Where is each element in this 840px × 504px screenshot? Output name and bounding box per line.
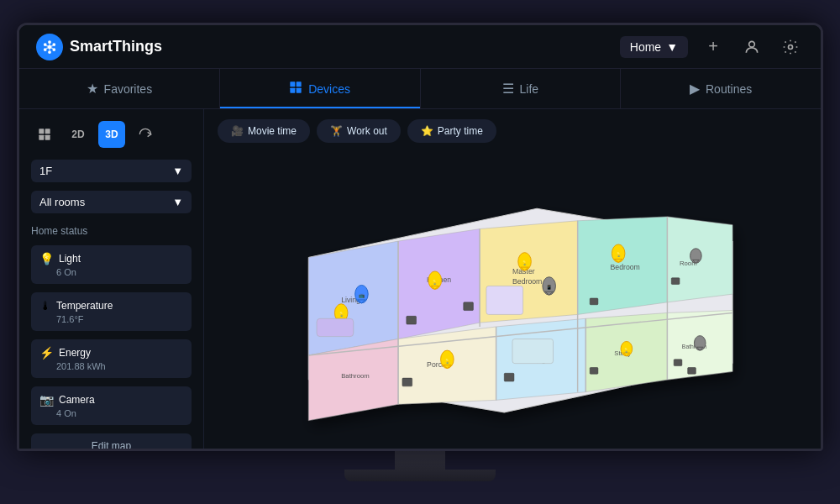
status-camera[interactable]: 📷 Camera 4 On [31, 386, 192, 425]
room-selector[interactable]: All rooms ▼ [31, 191, 192, 213]
tab-life[interactable]: ☰ Life [421, 69, 622, 108]
status-light[interactable]: 💡 Light 6 On [31, 245, 192, 284]
svg-rect-15 [291, 81, 296, 87]
svg-point-0 [48, 45, 52, 49]
svg-point-3 [52, 48, 55, 51]
floor-label: 1F [39, 165, 52, 177]
status-light-header: 💡 Light [39, 252, 183, 265]
camera-icon: 📷 [39, 393, 54, 407]
svg-text:Bathroom: Bathroom [341, 372, 370, 380]
status-temperature[interactable]: 🌡 Temperature 71.6°F [31, 292, 192, 331]
rotate-btn[interactable] [132, 121, 159, 148]
status-energy-header: ⚡ Energy [39, 346, 183, 360]
app-name: SmartThings [70, 38, 162, 55]
svg-rect-20 [45, 129, 50, 134]
furniture-sofa [317, 318, 354, 336]
svg-text:💡: 💡 [339, 311, 345, 318]
movie-time-label: Movie time [248, 125, 297, 137]
scene-buttons: 🎥 Movie time 🏋 Work out ⭐ Party time [218, 119, 807, 143]
light-value: 6 On [56, 267, 183, 277]
tab-devices-label: Devices [308, 82, 350, 96]
floor-map-container: Living Kitchen Master Bedroom Bedroom Ro… [218, 153, 807, 444]
room-label: All rooms [39, 196, 85, 208]
logo: SmartThings [36, 34, 162, 60]
work-out-label: Work out [347, 125, 387, 137]
party-time-label: Party time [438, 125, 483, 137]
svg-text:💡: 💡 [444, 358, 451, 365]
nav-tabs: ★ Favorites Devices ☰ Life [19, 69, 821, 109]
pin-porch-1[interactable]: 💡 [441, 350, 454, 368]
svg-rect-21 [39, 135, 44, 140]
pin-bedroom-1[interactable]: 💡 [612, 244, 625, 262]
svg-point-6 [44, 43, 47, 46]
logo-icon [36, 34, 63, 60]
sidebar: 2D 3D 1F ▼ [19, 109, 204, 451]
home-selector-arrow: ▼ [666, 40, 678, 54]
furniture-bed [486, 286, 523, 314]
add-button[interactable]: + [700, 34, 727, 60]
3d-view-btn[interactable]: 3D [98, 121, 125, 148]
camera-label: Camera [59, 394, 95, 406]
svg-point-14 [789, 45, 793, 49]
pin-top-1[interactable] [690, 249, 702, 263]
monitor-stand-neck [395, 451, 445, 470]
room-arrow: ▼ [172, 196, 183, 208]
floor-arrow: ▼ [172, 165, 183, 177]
profile-icon[interactable] [738, 34, 765, 60]
status-temperature-header: 🌡 Temperature [39, 299, 183, 312]
device-icon-3 [590, 298, 598, 305]
camera-value: 4 On [56, 408, 183, 418]
2d-view-btn[interactable]: 2D [65, 121, 92, 148]
device-icon-1 [407, 316, 417, 324]
pin-master-2[interactable]: 📱 [543, 277, 556, 295]
floor-selector[interactable]: 1F ▼ [31, 160, 192, 182]
devices-icon [289, 81, 302, 97]
3d-label: 3D [105, 129, 118, 140]
svg-line-12 [46, 45, 48, 46]
temperature-icon: 🌡 [39, 299, 51, 312]
tab-devices[interactable]: Devices [220, 69, 421, 108]
pin-bathroom-right-1[interactable] [694, 336, 706, 350]
home-status-title: Home status [31, 225, 192, 237]
status-energy[interactable]: ⚡ Energy 201.88 kWh [31, 339, 192, 378]
view-controls: 2D 3D [31, 121, 192, 148]
svg-text:💡: 💡 [432, 279, 438, 286]
work-out-icon: 🏋 [330, 125, 343, 137]
svg-point-5 [44, 48, 47, 51]
home-selector[interactable]: Home ▼ [620, 36, 688, 58]
device-icon-8 [674, 360, 682, 366]
header-right: Home ▼ + [620, 34, 804, 60]
svg-text:💡: 💡 [616, 252, 622, 259]
energy-label: Energy [59, 347, 91, 359]
device-icon-2 [464, 302, 474, 311]
party-time-icon: ⭐ [421, 125, 433, 137]
grid-view-btn[interactable] [31, 121, 58, 148]
device-icon-7 [590, 368, 598, 375]
svg-text:💡: 💡 [522, 260, 528, 266]
life-icon: ☰ [502, 81, 514, 97]
svg-line-11 [46, 47, 48, 48]
map-area: 🎥 Movie time 🏋 Work out ⭐ Party time [204, 109, 821, 451]
header: SmartThings Home ▼ + [19, 25, 821, 69]
main-content: 2D 3D 1F ▼ [19, 109, 821, 451]
monitor-wrapper: SmartThings Home ▼ + [17, 23, 823, 481]
scene-party-time[interactable]: ⭐ Party time [407, 119, 496, 143]
scene-movie-time[interactable]: 🎥 Movie time [218, 119, 310, 143]
svg-rect-19 [39, 129, 44, 134]
svg-text:Bedroom: Bedroom [610, 263, 639, 271]
pin-master-1[interactable]: 💡 [518, 253, 532, 270]
svg-rect-22 [45, 135, 50, 140]
tab-routines[interactable]: ▶ Routines [621, 69, 821, 108]
pin-study-1[interactable]: 💡 [621, 341, 633, 355]
tab-favorites[interactable]: ★ Favorites [19, 69, 220, 108]
pin-kitchen-1[interactable]: 💡 [428, 271, 442, 289]
furniture-table [512, 339, 554, 364]
pin-living-2[interactable]: 📺 [355, 285, 369, 302]
svg-point-13 [749, 41, 755, 47]
svg-point-2 [52, 43, 55, 46]
scene-work-out[interactable]: 🏋 Work out [317, 119, 401, 143]
monitor-screen: SmartThings Home ▼ + [17, 23, 823, 451]
settings-icon[interactable] [777, 34, 804, 60]
edit-map-button[interactable]: Edit map [31, 433, 192, 451]
favorites-icon: ★ [87, 81, 98, 97]
